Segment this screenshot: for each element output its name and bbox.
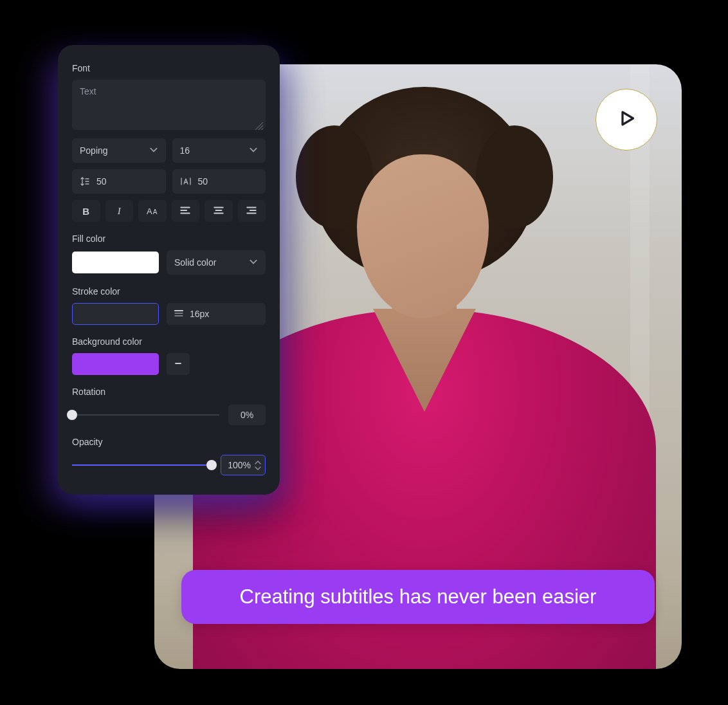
align-right-button[interactable] bbox=[238, 200, 266, 222]
text-case-icon: AA bbox=[147, 206, 158, 216]
chevron-down-icon bbox=[149, 145, 158, 156]
text-case-button[interactable]: AA bbox=[138, 200, 167, 222]
align-left-button[interactable] bbox=[172, 200, 200, 222]
bold-icon: B bbox=[82, 206, 89, 217]
align-left-icon bbox=[179, 205, 191, 218]
stroke-size-value: 16px bbox=[190, 309, 209, 319]
line-height-icon bbox=[80, 176, 90, 187]
chevron-down-icon bbox=[249, 145, 258, 156]
stroke-color-label: Stroke color bbox=[72, 286, 266, 297]
italic-button[interactable]: I bbox=[105, 200, 134, 222]
align-center-icon bbox=[213, 205, 224, 218]
stroke-width-icon bbox=[174, 309, 183, 320]
opacity-label: Opacity bbox=[72, 437, 266, 447]
rotation-slider[interactable] bbox=[72, 414, 219, 416]
letter-spacing-value: 50 bbox=[198, 176, 259, 187]
text-input[interactable] bbox=[72, 80, 266, 130]
font-section-label: Font bbox=[72, 63, 266, 73]
fill-color-swatch[interactable] bbox=[72, 252, 159, 273]
bold-button[interactable]: B bbox=[72, 200, 100, 222]
rotation-label: Rotation bbox=[72, 387, 266, 397]
stroke-size-input[interactable]: 16px bbox=[167, 303, 266, 325]
font-family-select[interactable]: Poping bbox=[72, 138, 166, 163]
letter-spacing-input[interactable]: 50 bbox=[172, 169, 266, 194]
align-right-icon bbox=[246, 205, 257, 218]
letter-spacing-icon bbox=[180, 176, 192, 187]
opacity-slider[interactable] bbox=[72, 464, 212, 466]
fill-color-label: Fill color bbox=[72, 233, 266, 244]
italic-icon: I bbox=[118, 206, 121, 217]
minus-icon bbox=[174, 359, 182, 369]
font-size-value: 16 bbox=[180, 145, 190, 156]
subtitle-banner: Creating subtitles has never been easier bbox=[181, 570, 655, 624]
stepper-down-icon[interactable] bbox=[255, 466, 261, 471]
align-center-button[interactable] bbox=[205, 200, 233, 222]
background-color-label: Background color bbox=[72, 336, 266, 347]
background-color-swatch[interactable] bbox=[72, 353, 159, 375]
stepper-up-icon[interactable] bbox=[255, 460, 261, 465]
line-height-input[interactable]: 50 bbox=[72, 169, 166, 194]
play-icon bbox=[615, 107, 638, 133]
line-height-value: 50 bbox=[96, 176, 158, 187]
rotation-value[interactable]: 0% bbox=[228, 405, 266, 425]
remove-background-button[interactable] bbox=[167, 353, 190, 375]
play-button[interactable] bbox=[596, 89, 657, 151]
number-stepper[interactable] bbox=[255, 460, 261, 471]
font-panel: Font Poping 16 50 bbox=[58, 45, 280, 495]
font-size-select[interactable]: 16 bbox=[172, 138, 266, 163]
fill-mode-value: Solid color bbox=[174, 257, 216, 268]
font-family-value: Poping bbox=[80, 145, 108, 156]
fill-mode-select[interactable]: Solid color bbox=[167, 250, 266, 275]
opacity-value: 100% bbox=[228, 460, 251, 470]
opacity-value-input[interactable]: 100% bbox=[221, 455, 266, 475]
slider-handle[interactable] bbox=[67, 410, 77, 420]
stroke-color-swatch[interactable] bbox=[72, 303, 159, 325]
slider-handle[interactable] bbox=[206, 460, 217, 470]
chevron-down-icon bbox=[249, 257, 258, 268]
